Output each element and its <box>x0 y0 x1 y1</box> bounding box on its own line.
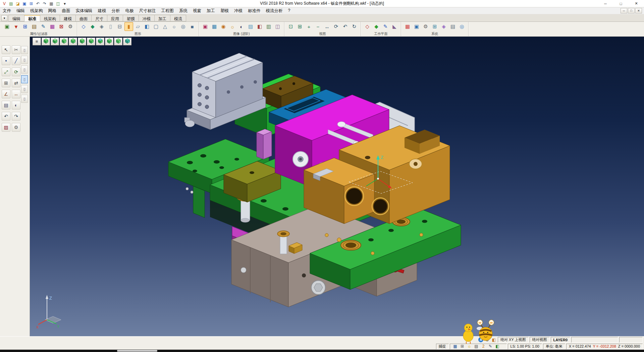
rotate-view-icon[interactable]: ⟳ <box>332 22 340 31</box>
section-view-icon[interactable]: ◧ <box>255 22 264 31</box>
erase-icon[interactable]: ▨ <box>2 123 10 132</box>
redo-tool-icon[interactable]: ↷ <box>12 112 20 121</box>
render-icon[interactable]: ▣ <box>201 22 210 31</box>
menu-item[interactable]: 模流分析 <box>263 7 285 14</box>
drawing-sheet-icon[interactable]: ▯ <box>106 22 115 31</box>
zoom-out-icon[interactable]: − <box>314 22 322 31</box>
workbench-tab[interactable]: 尺寸 <box>92 15 107 21</box>
close-button[interactable]: ✕ <box>629 0 644 7</box>
open-folder-icon[interactable]: ◪ <box>15 1 21 7</box>
rotate-icon[interactable]: ⟳ <box>12 68 20 76</box>
workplane-xy-icon[interactable]: ◇ <box>363 22 372 31</box>
measure-icon[interactable]: ∠ <box>2 90 10 98</box>
layers-panel-icon[interactable]: ▤ <box>2 101 10 109</box>
dock-tab-5[interactable]: ▯ <box>21 85 28 93</box>
trim-scissors-icon[interactable]: ✂ <box>12 45 20 54</box>
menu-item[interactable]: 工程图 <box>159 7 177 14</box>
workbench-tab[interactable]: 编辑 <box>8 15 24 21</box>
tool-settings-icon[interactable]: ⚙ <box>12 123 20 132</box>
material-icon[interactable]: ◉ <box>219 22 228 31</box>
workbench-tab[interactable]: 加工 <box>155 15 170 21</box>
copy-icon[interactable]: ⊞ <box>2 79 10 87</box>
lighting-icon[interactable]: ☼ <box>228 22 237 31</box>
background-icon[interactable]: ▥ <box>264 22 273 31</box>
display-settings-icon[interactable]: ▣ <box>412 22 421 31</box>
menu-item[interactable]: 分析 <box>109 7 123 14</box>
workbench-tab[interactable]: 模流 <box>170 15 186 21</box>
menu-item[interactable]: 建模 <box>95 7 109 14</box>
menu-item[interactable]: 塑模 <box>218 7 231 14</box>
snap-settings-icon[interactable]: ◈ <box>439 22 448 31</box>
shaded-edges-icon[interactable]: ▮ <box>124 22 133 31</box>
menu-item[interactable]: 尺寸标注 <box>137 7 159 14</box>
snapshot-icon[interactable]: ◫ <box>273 22 282 31</box>
shadow-icon[interactable]: ◐ <box>237 22 246 31</box>
capture-icon[interactable]: ◫ <box>55 1 61 7</box>
menu-item[interactable]: 电极 <box>123 7 137 14</box>
plane-entity-icon[interactable]: ▱ <box>133 22 142 31</box>
about-icon[interactable]: ◎ <box>458 22 466 31</box>
select-arrow-icon[interactable]: ↖ <box>2 45 10 54</box>
hidden-line-icon[interactable]: ◈ <box>97 22 106 31</box>
color-filter-icon[interactable]: ▦ <box>48 22 57 31</box>
dock-tab-2[interactable]: ▯ <box>21 56 28 64</box>
transparency-icon[interactable]: ▨ <box>246 22 255 31</box>
menu-item[interactable]: 线架构 <box>28 7 46 14</box>
menu-item[interactable]: 加工 <box>204 7 218 14</box>
box-entity-icon[interactable]: ◧ <box>143 22 151 31</box>
grid-icon[interactable]: ⊞ <box>430 22 439 31</box>
minimize-button[interactable]: ─ <box>598 0 613 7</box>
maximize-button[interactable]: □ <box>613 0 629 7</box>
cad-assembly[interactable]: Z Z X Y <box>30 37 644 336</box>
menu-item[interactable]: 文件 <box>0 7 14 14</box>
snap-cell[interactable]: 捕捉 <box>436 344 449 349</box>
dock-tab-4[interactable]: ▯ <box>21 75 28 83</box>
menu-item[interactable]: 实体编辑 <box>73 7 95 14</box>
undo-icon[interactable]: ↶ <box>35 1 41 7</box>
dock-tab-3[interactable]: ▯ <box>21 65 28 74</box>
workbench-tab[interactable]: 冲模 <box>139 15 155 21</box>
filter-layers-icon[interactable]: ▤ <box>30 22 39 31</box>
dock-tab-1[interactable]: ▯ <box>21 46 28 54</box>
workbench-tab[interactable]: 曲面 <box>76 15 92 21</box>
workbench-tab[interactable]: 线架构 <box>40 15 60 21</box>
color-palette-icon[interactable]: ▦ <box>403 22 412 31</box>
pan-icon[interactable]: ↔ <box>323 22 331 31</box>
workbench-tab[interactable]: 建模 <box>60 15 76 21</box>
point-icon[interactable]: • <box>2 56 10 65</box>
app-icon[interactable]: V <box>1 1 7 7</box>
viewport-3d[interactable]: ≡ <box>30 37 644 336</box>
mdi-restore-button[interactable]: □ <box>628 8 635 13</box>
zoom-window-icon[interactable]: ⊡ <box>286 22 295 31</box>
filter-add-icon[interactable]: ⊞ <box>21 22 30 31</box>
menu-item[interactable]: 系统 <box>176 7 190 14</box>
print-icon[interactable]: ▦ <box>48 1 54 7</box>
previous-view-icon[interactable]: ↶ <box>341 22 350 31</box>
clear-filter-icon[interactable]: ⊠ <box>57 22 66 31</box>
cone-entity-icon[interactable]: △ <box>161 22 169 31</box>
absolute-view-cell[interactable]: 绝对视图 <box>530 337 550 343</box>
entity-properties-icon[interactable]: ▣ <box>3 22 11 31</box>
workbench-tab[interactable]: 标准 <box>24 15 40 21</box>
sphere-entity-icon[interactable]: ○ <box>170 22 178 31</box>
workplane-sketch-icon[interactable]: ✎ <box>381 22 390 31</box>
menu-item[interactable]: 标准件 <box>245 7 263 14</box>
view-orientation-cell[interactable]: 绝对 XY 上视图 <box>498 337 529 343</box>
cylinder-entity-icon[interactable]: ▢ <box>152 22 160 31</box>
tab-dropdown-button[interactable]: ▾ <box>1 15 7 21</box>
save-all-icon[interactable]: ⊞ <box>28 1 34 7</box>
mirror-icon[interactable]: ⇄ <box>12 79 20 87</box>
new-file-icon[interactable]: ▤ <box>8 1 14 7</box>
match-properties-icon[interactable]: ✎ <box>39 22 48 31</box>
zoom-fit-icon[interactable]: ⊞ <box>296 22 304 31</box>
move-icon[interactable]: ⤢ <box>2 68 10 76</box>
line-icon[interactable]: ╱ <box>12 56 20 65</box>
menu-item[interactable]: 冲模 <box>231 7 245 14</box>
workplane-normal-icon[interactable]: ◣ <box>390 22 399 31</box>
refresh-view-icon[interactable]: ↻ <box>350 22 359 31</box>
wireframe-icon[interactable]: ◇ <box>79 22 88 31</box>
filter-funnel-icon[interactable]: ▼ <box>12 22 20 31</box>
database-icon[interactable]: ▤ <box>448 22 457 31</box>
workbench-tab[interactable]: 应用 <box>107 15 123 21</box>
zoom-in-icon[interactable]: + <box>305 22 313 31</box>
